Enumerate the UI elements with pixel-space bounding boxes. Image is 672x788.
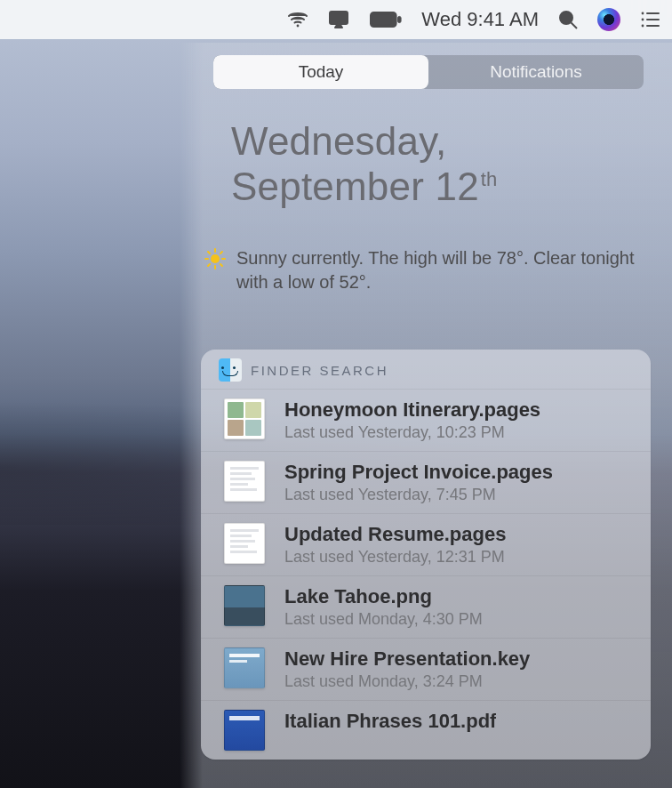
menu-clock[interactable]: Wed 9:41 AM [421,8,539,31]
file-subtitle: Last used Yesterday, 7:45 PM [284,486,553,504]
spotlight-icon[interactable] [556,8,580,31]
svg-point-9 [642,19,644,21]
file-name: Updated Resume.pages [284,523,506,546]
date-line-1: Wednesday, [231,119,644,165]
svg-line-21 [220,252,222,253]
file-row[interactable]: Lake Tahoe.pngLast used Monday, 4:30 PM [201,575,651,638]
svg-point-11 [642,25,644,28]
svg-point-13 [211,254,220,263]
svg-line-20 [208,264,210,266]
widget-header: FINDER SEARCH [201,358,651,389]
file-subtitle: Last used Monday, 4:30 PM [284,610,483,629]
tab-notifications[interactable]: Notifications [428,55,644,89]
widget-title: FINDER SEARCH [251,363,388,378]
tab-today[interactable]: Today [213,55,428,89]
battery-icon[interactable] [368,8,404,31]
wifi-icon[interactable] [286,8,309,31]
date-ordinal: th [481,168,498,190]
file-row[interactable]: Italian Phrases 101.pdf [201,700,651,760]
file-meta: Honeymoon Itinerary.pagesLast used Yeste… [284,398,540,442]
file-row[interactable]: Honeymoon Itinerary.pagesLast used Yeste… [201,389,651,451]
finder-search-widget: FINDER SEARCH Honeymoon Itinerary.pagesL… [201,350,651,760]
file-subtitle: Last used Yesterday, 12:31 PM [284,548,506,567]
file-thumbnail [224,461,265,502]
svg-rect-4 [398,16,402,22]
file-subtitle: Last used Yesterday, 10:23 PM [284,423,540,442]
weather-text: Sunny currently. The high will be 78°. C… [236,246,635,294]
file-row[interactable]: New Hire Presentation.keyLast used Monda… [201,638,651,700]
notification-center-icon[interactable] [638,8,661,31]
svg-line-19 [220,264,222,266]
file-thumbnail [224,710,265,751]
file-name: Honeymoon Itinerary.pages [284,398,540,422]
svg-rect-3 [372,14,391,25]
sun-icon [204,248,229,276]
siri-icon[interactable] [597,8,620,31]
file-name: Italian Phrases 101.pdf [284,710,496,733]
svg-line-6 [572,23,578,29]
date-heading: Wednesday, September 12th [196,119,661,209]
svg-point-5 [560,12,572,24]
file-meta: Updated Resume.pagesLast used Yesterday,… [284,523,506,567]
date-line-2: September 12th [231,165,644,210]
airplay-icon[interactable] [327,8,350,31]
file-list: Honeymoon Itinerary.pagesLast used Yeste… [201,389,651,760]
finder-icon [219,358,242,382]
file-meta: Lake Tahoe.pngLast used Monday, 4:30 PM [284,585,483,629]
file-name: Spring Project Invoice.pages [284,461,553,484]
menu-bar: Wed 9:41 AM [0,0,672,39]
file-subtitle: Last used Monday, 3:24 PM [284,672,530,691]
file-thumbnail [224,398,265,439]
svg-point-0 [297,25,300,28]
file-name: New Hire Presentation.key [284,647,530,671]
file-name: Lake Tahoe.png [284,585,483,608]
file-row[interactable]: Spring Project Invoice.pagesLast used Ye… [201,451,651,513]
file-thumbnail [224,647,265,688]
file-meta: Italian Phrases 101.pdf [284,710,496,733]
notification-center-panel: Today Notifications Wednesday, September… [196,43,661,788]
tab-label: Today [299,62,344,82]
file-meta: New Hire Presentation.keyLast used Monda… [284,647,530,691]
file-thumbnail [224,585,265,626]
tab-label: Notifications [490,62,582,82]
weather-summary: Sunny currently. The high will be 78°. C… [196,246,661,294]
svg-line-18 [208,252,210,253]
file-thumbnail [224,523,265,564]
file-row[interactable]: Updated Resume.pagesLast used Yesterday,… [201,513,651,575]
svg-point-7 [642,12,644,15]
segmented-control: Today Notifications [213,55,644,89]
file-meta: Spring Project Invoice.pagesLast used Ye… [284,461,553,504]
date-main: September 12 [231,165,479,208]
